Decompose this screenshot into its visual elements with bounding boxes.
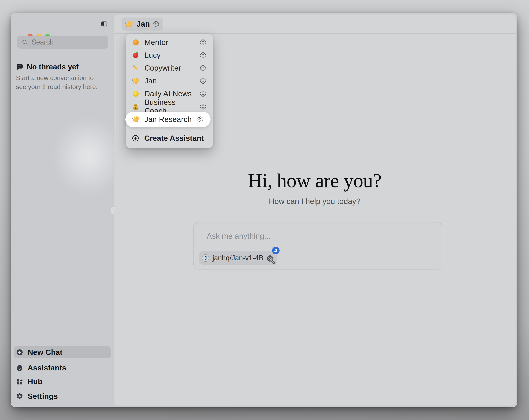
sidebar-item-settings[interactable]: Settings — [13, 390, 111, 403]
gear-icon[interactable] — [200, 78, 206, 84]
assistant-switcher-label: Jan — [136, 20, 150, 28]
gear-icon[interactable] — [200, 39, 206, 46]
magnifier-icon — [21, 39, 28, 46]
greeting-subtitle: How can I help you today? — [114, 197, 516, 206]
tools-button[interactable] — [266, 256, 276, 265]
main-panel: Jan Mentor Lucy Copywriter — [114, 14, 516, 406]
gear-icon[interactable] — [200, 103, 206, 110]
hub-grid-icon — [16, 378, 23, 385]
gear-icon[interactable] — [200, 65, 206, 71]
yellow-circle-icon — [132, 90, 140, 98]
menu-divider — [126, 130, 213, 130]
empty-state-title: No threads yet — [27, 63, 79, 71]
model-avatar: J — [202, 254, 209, 262]
model-name: janhq/Jan-v1-4B — [212, 254, 264, 262]
sidebar-item-hub[interactable]: Hub — [13, 376, 111, 388]
menu-item-label: Lucy — [145, 51, 160, 59]
jan-app-window: No threads yet Start a new conversation … — [11, 13, 517, 407]
model-selector-button[interactable]: J janhq/Jan-v1-4B — [199, 251, 277, 265]
create-assistant-button[interactable]: Create Assistant — [126, 132, 213, 145]
orange-circle-icon — [132, 38, 140, 46]
menu-item-mentor[interactable]: Mentor — [126, 36, 213, 49]
chat-input[interactable] — [206, 231, 429, 246]
search-input[interactable] — [31, 38, 122, 46]
menu-item-business-coach[interactable]: Business Coach — [126, 100, 213, 113]
gear-filled-icon — [16, 393, 23, 400]
wave-hand-icon — [125, 20, 133, 28]
pencil-icon — [132, 64, 140, 72]
wrench-icon — [266, 256, 276, 265]
assistant-dropdown-menu: Mentor Lucy Copywriter Jan — [126, 34, 213, 148]
empty-state-header: No threads yet — [15, 63, 79, 71]
apple-icon — [132, 51, 140, 59]
plus-circle-icon — [16, 349, 23, 356]
menu-item-jan-research[interactable]: Jan Research — [125, 112, 211, 127]
search-box — [17, 36, 108, 49]
tools-count-badge: 4 — [272, 247, 279, 254]
menu-item-copywriter[interactable]: Copywriter — [126, 62, 213, 74]
assistant-switcher-button[interactable]: Jan — [121, 17, 163, 30]
wave-hand-icon — [132, 115, 140, 123]
chat-composer: J janhq/Jan-v1-4B 4 — [193, 222, 442, 270]
main-header — [114, 14, 516, 34]
sidebar-item-new-chat[interactable]: New Chat — [13, 346, 111, 358]
menu-item-label: Jan Research — [145, 115, 192, 124]
menu-item-jan[interactable]: Jan — [126, 74, 213, 87]
menu-item-label: Copywriter — [145, 64, 181, 72]
gear-icon[interactable] — [200, 90, 206, 97]
sidebar-item-label: New Chat — [28, 348, 62, 357]
panel-left-icon — [101, 20, 108, 27]
menu-item-label: Mentor — [145, 38, 168, 47]
wave-hand-icon — [132, 77, 140, 85]
create-assistant-label: Create Assistant — [144, 134, 204, 143]
menu-item-lucy[interactable]: Lucy — [126, 49, 213, 62]
greeting-title: Hi, how are you? — [114, 169, 516, 192]
chat-bubble-icon — [15, 63, 23, 71]
gear-icon[interactable] — [153, 21, 159, 27]
desktop-background: No threads yet Start a new conversation … — [0, 0, 529, 420]
menu-item-label: Jan — [145, 77, 157, 85]
assistant-robot-icon — [16, 364, 23, 372]
sidebar-item-label: Hub — [28, 378, 42, 386]
gear-icon[interactable] — [197, 116, 204, 123]
money-bag-icon — [132, 102, 140, 111]
gear-icon[interactable] — [200, 52, 206, 58]
sidebar-item-label: Settings — [28, 392, 58, 401]
empty-state-description: Start a new conversation to see your thr… — [16, 73, 106, 91]
sidebar-item-assistants[interactable]: Assistants — [13, 362, 111, 374]
sidebar-item-label: Assistants — [28, 364, 66, 372]
plus-circle-outline-icon — [132, 134, 139, 142]
menu-item-label: Daily AI News — [145, 89, 192, 98]
sidebar-toggle-button[interactable] — [101, 20, 108, 27]
